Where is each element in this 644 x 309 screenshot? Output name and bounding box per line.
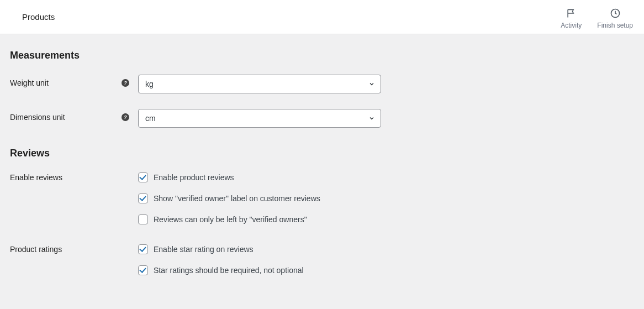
weight-unit-select[interactable]: kg [138, 75, 381, 93]
finish-setup-button[interactable]: Finish setup [597, 7, 633, 29]
dimensions-unit-row: Dimensions unit ? cm [10, 109, 633, 128]
header-bar: Products Activity Finish setup [0, 0, 644, 34]
measurements-heading: Measurements [10, 50, 633, 61]
help-icon[interactable]: ? [122, 113, 129, 121]
enable-product-reviews-checkbox[interactable] [138, 172, 148, 182]
product-ratings-row: Product ratings Enable star rating on re… [10, 244, 633, 275]
enable-product-reviews-label[interactable]: Enable product reviews [154, 173, 234, 182]
weight-unit-label-wrap: Weight unit ? [10, 75, 138, 87]
star-rating-required-row: Star ratings should be required, not opt… [138, 265, 403, 275]
product-ratings-options: Enable star rating on reviews Star ratin… [138, 244, 403, 275]
header-actions: Activity Finish setup [561, 5, 633, 29]
activity-button[interactable]: Activity [561, 7, 582, 29]
weight-unit-label: Weight unit [10, 78, 49, 87]
verified-owner-label-text[interactable]: Show "verified owner" label on customer … [154, 194, 320, 203]
enable-reviews-row: Enable reviews Enable product reviews Sh… [10, 172, 633, 224]
verified-owner-only-checkbox[interactable] [138, 214, 148, 224]
reviews-heading: Reviews [10, 148, 633, 159]
enable-product-reviews-row: Enable product reviews [138, 172, 403, 182]
enable-reviews-label-wrap: Enable reviews [10, 172, 138, 182]
dimensions-unit-select[interactable]: cm [138, 109, 381, 128]
verified-owner-only-label[interactable]: Reviews can only be left by "verified ow… [154, 215, 307, 224]
star-rating-required-label[interactable]: Star ratings should be required, not opt… [154, 266, 304, 275]
enable-reviews-options: Enable product reviews Show "verified ow… [138, 172, 403, 224]
verified-owner-label-row: Show "verified owner" label on customer … [138, 193, 403, 203]
activity-label: Activity [561, 22, 582, 29]
weight-unit-row: Weight unit ? kg [10, 75, 633, 93]
dimensions-unit-label-wrap: Dimensions unit ? [10, 109, 138, 122]
settings-content: Measurements Weight unit ? kg Dimensions… [0, 34, 644, 302]
enable-star-rating-row: Enable star rating on reviews [138, 244, 403, 254]
dimensions-unit-label: Dimensions unit [10, 113, 65, 122]
verified-owner-label-checkbox[interactable] [138, 193, 148, 203]
page-title: Products [11, 12, 55, 22]
help-icon[interactable]: ? [122, 79, 129, 87]
enable-star-rating-checkbox[interactable] [138, 244, 148, 254]
star-rating-required-checkbox[interactable] [138, 265, 148, 275]
clock-icon [609, 7, 621, 19]
product-ratings-label-wrap: Product ratings [10, 244, 138, 254]
weight-unit-select-wrapper: kg [138, 75, 381, 93]
enable-reviews-label: Enable reviews [10, 173, 62, 182]
flag-icon [565, 7, 577, 19]
finish-setup-label: Finish setup [597, 22, 633, 29]
verified-owner-only-row: Reviews can only be left by "verified ow… [138, 214, 403, 224]
enable-star-rating-label[interactable]: Enable star rating on reviews [154, 245, 254, 254]
product-ratings-label: Product ratings [10, 245, 62, 254]
dimensions-unit-select-wrapper: cm [138, 109, 381, 128]
